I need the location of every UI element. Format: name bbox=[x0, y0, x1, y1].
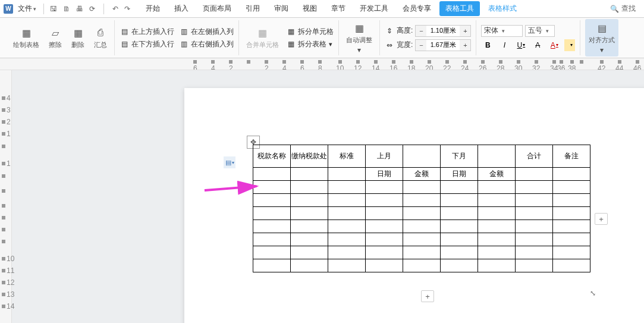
table-cell[interactable] bbox=[478, 181, 516, 194]
table-cell[interactable] bbox=[441, 207, 478, 220]
table-subheader-cell[interactable] bbox=[516, 168, 553, 181]
table-cell[interactable] bbox=[441, 220, 478, 233]
table-cell[interactable] bbox=[328, 194, 366, 207]
table-cell[interactable] bbox=[553, 246, 590, 259]
table-header-cell[interactable]: 合计 bbox=[516, 145, 553, 168]
table-subheader-cell[interactable]: 日期 bbox=[441, 168, 478, 181]
table-header-cell[interactable] bbox=[478, 145, 516, 168]
table-cell[interactable] bbox=[403, 181, 441, 194]
table-header-cell[interactable]: 缴纳税款处 bbox=[291, 145, 328, 168]
table-cell[interactable] bbox=[516, 181, 553, 194]
table-cell[interactable] bbox=[403, 194, 441, 207]
table-cell[interactable] bbox=[403, 220, 441, 233]
table-header-cell[interactable]: 上月 bbox=[366, 145, 403, 168]
table-cell[interactable] bbox=[516, 233, 553, 246]
erase-button[interactable]: ▱擦除 bbox=[46, 25, 64, 51]
undo-icon[interactable]: ↶ bbox=[112, 5, 118, 13]
table-cell[interactable] bbox=[553, 194, 590, 207]
summary-button[interactable]: ⎙汇总 bbox=[92, 25, 109, 51]
tab-member[interactable]: 会员专享 bbox=[397, 1, 437, 16]
add-row-button[interactable]: + bbox=[421, 290, 434, 302]
table-cell[interactable] bbox=[328, 220, 366, 233]
table-cell[interactable] bbox=[366, 259, 403, 272]
table-cell[interactable] bbox=[328, 259, 366, 272]
table-cell[interactable] bbox=[516, 246, 553, 259]
table-cell[interactable] bbox=[366, 246, 403, 259]
width-input[interactable] bbox=[426, 40, 460, 51]
document-table[interactable]: 税款名称缴纳税款处标准上月下月合计备注日期金额日期金额 bbox=[253, 145, 590, 272]
print-icon[interactable]: 🖶 bbox=[76, 5, 83, 13]
table-subheader-cell[interactable]: 日期 bbox=[366, 168, 403, 181]
tab-layout[interactable]: 页面布局 bbox=[197, 1, 237, 16]
table-cell[interactable] bbox=[253, 220, 291, 233]
width-minus-button[interactable]: − bbox=[416, 40, 426, 51]
table-cell[interactable] bbox=[253, 259, 291, 272]
table-cell[interactable] bbox=[441, 181, 478, 194]
table-header-cell[interactable]: 备注 bbox=[553, 145, 590, 168]
height-input[interactable] bbox=[426, 26, 460, 36]
table-cell[interactable] bbox=[291, 259, 328, 272]
save-icon[interactable]: 🖫 bbox=[50, 5, 57, 13]
table-cell[interactable] bbox=[553, 259, 590, 272]
table-header-cell[interactable]: 标准 bbox=[328, 145, 366, 168]
table-subheader-cell[interactable] bbox=[253, 168, 291, 181]
tab-start[interactable]: 开始 bbox=[140, 1, 166, 16]
table-cell[interactable] bbox=[366, 233, 403, 246]
merge-cells-button[interactable]: ▦合并单元格 bbox=[244, 25, 281, 51]
width-plus-button[interactable]: + bbox=[460, 40, 470, 51]
table-subheader-cell[interactable] bbox=[291, 168, 328, 181]
tab-references[interactable]: 引用 bbox=[240, 1, 266, 16]
table-cell[interactable] bbox=[253, 207, 291, 220]
table-cell[interactable] bbox=[328, 246, 366, 259]
table-subheader-cell[interactable]: 金额 bbox=[478, 168, 516, 181]
bold-button[interactable]: B bbox=[481, 39, 494, 51]
add-column-button[interactable]: + bbox=[595, 213, 608, 225]
table-cell[interactable] bbox=[553, 181, 590, 194]
table-cell[interactable] bbox=[441, 259, 478, 272]
table-cell[interactable] bbox=[516, 207, 553, 220]
alignment-button[interactable]: ▤ 对齐方式▾ bbox=[585, 19, 618, 57]
table-cell[interactable] bbox=[553, 207, 590, 220]
print-preview-icon[interactable]: 🗎 bbox=[63, 5, 70, 13]
table-cell[interactable] bbox=[478, 233, 516, 246]
font-color-button[interactable]: A bbox=[548, 39, 561, 51]
tab-chapter[interactable]: 章节 bbox=[325, 1, 351, 16]
insert-row-below-button[interactable]: ▤在下方插入行 bbox=[120, 39, 174, 49]
table-header-cell[interactable] bbox=[403, 145, 441, 168]
table-cell[interactable] bbox=[516, 220, 553, 233]
table-subheader-cell[interactable]: 金额 bbox=[403, 168, 441, 181]
table-cell[interactable] bbox=[366, 181, 403, 194]
table-cell[interactable] bbox=[478, 207, 516, 220]
underline-button[interactable]: U bbox=[514, 39, 527, 51]
table-cell[interactable] bbox=[291, 194, 328, 207]
font-size-select[interactable]: 五号 bbox=[525, 25, 555, 37]
table-header-cell[interactable]: 下月 bbox=[441, 145, 478, 168]
table-cell[interactable] bbox=[328, 207, 366, 220]
tab-table-style[interactable]: 表格样式 bbox=[482, 1, 523, 16]
draw-table-button[interactable]: ▦绘制表格 bbox=[11, 25, 42, 51]
table-cell[interactable] bbox=[291, 220, 328, 233]
table-subheader-cell[interactable] bbox=[553, 168, 590, 181]
width-stepper[interactable]: − + bbox=[415, 39, 471, 51]
table-cell[interactable] bbox=[291, 233, 328, 246]
split-cells-button[interactable]: ▦拆分单元格 bbox=[286, 27, 334, 37]
height-minus-button[interactable]: − bbox=[416, 26, 426, 36]
tab-dev[interactable]: 开发工具 bbox=[354, 1, 394, 16]
table-cell[interactable] bbox=[253, 246, 291, 259]
table-cell[interactable] bbox=[291, 246, 328, 259]
search-box[interactable]: 🔍 查找 bbox=[605, 2, 640, 15]
tab-review[interactable]: 审阅 bbox=[268, 1, 294, 16]
tab-table-tools[interactable]: 表格工具 bbox=[439, 1, 480, 16]
table-cell[interactable] bbox=[403, 233, 441, 246]
table-cell[interactable] bbox=[366, 194, 403, 207]
table-cell[interactable] bbox=[291, 207, 328, 220]
table-cell[interactable] bbox=[328, 233, 366, 246]
table-cell[interactable] bbox=[478, 259, 516, 272]
insert-col-right-button[interactable]: ▥在右侧插入列 bbox=[179, 39, 234, 49]
table-cell[interactable] bbox=[328, 181, 366, 194]
height-stepper[interactable]: − + bbox=[415, 25, 471, 37]
table-cell[interactable] bbox=[553, 220, 590, 233]
autofit-button[interactable]: ▦自动调整▾ bbox=[344, 20, 375, 55]
table-cell[interactable] bbox=[516, 259, 553, 272]
table-subheader-cell[interactable] bbox=[328, 168, 366, 181]
